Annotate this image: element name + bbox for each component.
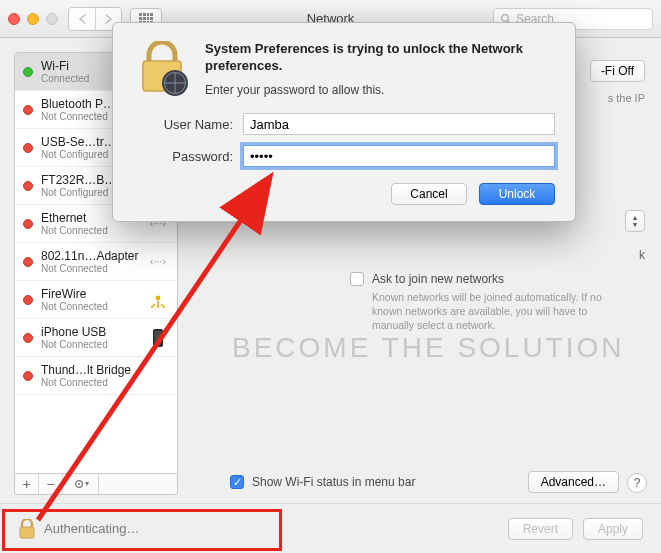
known-networks-text: Known networks will be joined automatica… (372, 290, 632, 333)
status-dot-icon (23, 333, 33, 343)
service-firewire[interactable]: FireWire Not Connected (15, 281, 177, 319)
svg-text:‹···›: ‹···› (150, 255, 167, 267)
lock-badge-icon (133, 41, 191, 99)
show-menubar-checkbox[interactable]: ✓ (230, 475, 244, 489)
dialog-heading: System Preferences is trying to unlock t… (205, 41, 555, 75)
password-field[interactable] (243, 145, 555, 167)
username-field[interactable] (243, 113, 555, 135)
ask-to-join-label: Ask to join new networks (372, 272, 504, 286)
footer: Authenticating… Revert Apply (0, 503, 661, 553)
watermark-text: BECOME THE SOLUTION (232, 332, 625, 364)
status-dot-icon (23, 67, 33, 77)
unlock-button[interactable]: Unlock (479, 183, 555, 205)
dialog-subheading: Enter your password to allow this. (205, 83, 555, 97)
revert-button[interactable]: Revert (508, 518, 573, 540)
annotation-highlight (2, 509, 282, 551)
cancel-button[interactable]: Cancel (391, 183, 467, 205)
network-select[interactable]: ▲▼ (625, 210, 645, 232)
password-label: Password: (133, 149, 233, 164)
add-service-button[interactable]: + (15, 474, 39, 494)
ask-to-join-checkbox[interactable] (350, 272, 364, 286)
svg-point-5 (156, 295, 161, 300)
service-list-toolbar: + − (14, 474, 178, 495)
chevron-up-icon: ▲ (632, 214, 639, 221)
service-status: Not Connected (41, 225, 139, 236)
status-dot-icon (23, 181, 33, 191)
close-window-button[interactable] (8, 13, 20, 25)
service-80211n[interactable]: 802.11n…Adapter Not Connected ‹···› (15, 243, 177, 281)
zoom-window-button[interactable] (46, 13, 58, 25)
iphone-icon (147, 327, 169, 349)
svg-point-6 (151, 305, 153, 307)
svg-point-13 (77, 483, 79, 485)
status-dot-icon (23, 143, 33, 153)
service-name: 802.11n…Adapter (41, 249, 139, 263)
service-name: FireWire (41, 287, 139, 301)
minimize-window-button[interactable] (27, 13, 39, 25)
svg-rect-10 (155, 331, 162, 343)
wifi-toggle-button[interactable]: -Fi Off (590, 60, 645, 82)
service-name: iPhone USB (41, 325, 139, 339)
service-iphone-usb[interactable]: iPhone USB Not Connected (15, 319, 177, 357)
status-dot-icon (23, 219, 33, 229)
service-name: Thund…lt Bridge (41, 363, 169, 377)
service-status: Not Connected (41, 263, 139, 274)
firewire-icon (147, 289, 169, 311)
status-dot-icon (23, 257, 33, 267)
auth-dialog: System Preferences is trying to unlock t… (112, 22, 576, 222)
help-button[interactable]: ? (627, 473, 647, 493)
service-actions-button[interactable] (63, 474, 99, 494)
svg-point-8 (163, 305, 165, 307)
advanced-button[interactable]: Advanced… (528, 471, 619, 493)
show-menubar-label: Show Wi-Fi status in menu bar (252, 475, 415, 489)
username-label: User Name: (133, 117, 233, 132)
window-controls (8, 13, 58, 25)
remove-service-button[interactable]: − (39, 474, 63, 494)
service-toolbar-spacer (99, 474, 177, 494)
svg-point-7 (157, 305, 159, 307)
apply-button[interactable]: Apply (583, 518, 643, 540)
status-dot-icon (23, 105, 33, 115)
gear-icon (73, 478, 89, 490)
service-thunderbolt[interactable]: Thund…lt Bridge Not Connected (15, 357, 177, 395)
svg-point-11 (157, 344, 159, 346)
show-menubar-row: ✓ Show Wi-Fi status in menu bar (230, 475, 415, 489)
ip-hint-text: s the IP (608, 92, 645, 104)
service-status: Not Connected (41, 301, 139, 312)
back-button[interactable] (69, 8, 95, 30)
ethernet-icon: ‹···› (147, 251, 169, 273)
status-dot-icon (23, 371, 33, 381)
service-status: Not Connected (41, 377, 169, 388)
svg-point-0 (502, 14, 509, 21)
status-dot-icon (23, 295, 33, 305)
service-status: Not Connected (41, 339, 139, 350)
network-label-right: k (639, 248, 645, 262)
ask-to-join-row: Ask to join new networks (350, 272, 632, 286)
chevron-down-icon: ▼ (632, 221, 639, 228)
